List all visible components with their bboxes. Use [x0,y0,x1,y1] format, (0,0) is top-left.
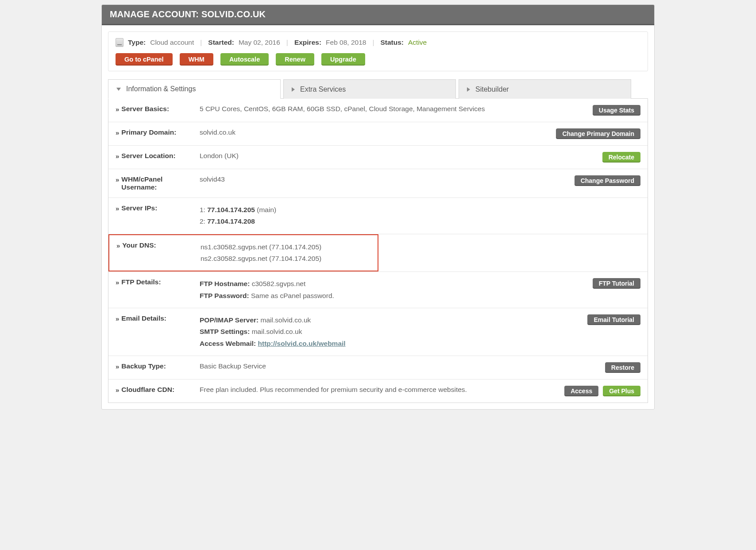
row-label: Server IPs: [121,204,157,212]
row-value: London (UK) [200,152,602,160]
row-label: Primary Domain: [121,128,176,136]
whm-button[interactable]: WHM [180,53,213,66]
row-server-ips: »Server IPs: 1: 77.104.174.205 (main) 2:… [108,198,648,234]
row-your-dns: »Your DNS: ns1.c30582.sgvps.net (77.104.… [108,234,648,272]
change-password-button[interactable]: Change Password [575,175,640,186]
dns-ns2: ns2.c30582.sgvps.net (77.104.174.205) [201,253,370,264]
row-backup-type: »Backup Type: Basic Backup Service Resto… [108,356,648,380]
row-label: Backup Type: [121,362,166,370]
row-value: 5 CPU Cores, CentOS, 6GB RAM, 60GB SSD, … [200,105,593,113]
tab-information-settings[interactable]: Information & Settings [108,79,281,99]
chevron-right-icon [292,87,295,92]
restore-button[interactable]: Restore [605,362,640,373]
tab-label: Extra Services [300,85,346,93]
ftp-password-value: Same as cPanel password. [251,292,334,299]
go-to-cpanel-button[interactable]: Go to cPanel [116,53,173,66]
tab-bar: Information & Settings Extra Services Si… [108,79,648,99]
ip1-suffix: (main) [255,206,276,213]
chevron-icon: » [116,241,119,250]
autoscale-button[interactable]: Autoscale [220,53,269,66]
webmail-link[interactable]: http://solvid.co.uk/webmail [258,340,346,347]
change-primary-domain-button[interactable]: Change Primary Domain [556,128,640,139]
ftp-hostname-value: c30582.sgvps.net [252,280,306,287]
row-value: solvid43 [200,175,575,183]
row-label: FTP Details: [121,278,161,286]
manage-account-panel: MANAGE ACCOUNT: SOLVID.CO.UK Type: Cloud… [101,4,655,410]
tab-label: Information & Settings [126,85,196,93]
row-label: Cloudflare CDN: [121,386,174,394]
chevron-icon: » [116,105,118,114]
expires-label: Expires: [294,39,321,46]
chevron-icon: » [116,204,118,213]
server-icon [116,38,123,47]
chevron-icon: » [116,314,118,323]
tab-sitebuilder[interactable]: Sitebuilder [459,79,631,99]
row-value: FTP Hostname: c30582.sgvps.net FTP Passw… [200,278,593,302]
ip1: 77.104.174.205 [207,206,255,213]
summary-line: Type: Cloud account | Started: May 02, 2… [116,38,640,47]
started-label: Started: [208,39,234,46]
status-label: Status: [380,39,404,46]
row-ftp-details: »FTP Details: FTP Hostname: c30582.sgvps… [108,272,648,308]
row-label: Email Details: [121,314,166,322]
chevron-down-icon [116,88,121,91]
row-value: solvid.co.uk [200,128,556,136]
page-title: MANAGE ACCOUNT: SOLVID.CO.UK [102,5,654,25]
panel-body: Type: Cloud account | Started: May 02, 2… [102,25,654,409]
smtp-settings-label: SMTP Settings: [200,328,252,335]
row-primary-domain: »Primary Domain: solvid.co.uk Change Pri… [108,122,648,146]
info-rows: »Server Basics: 5 CPU Cores, CentOS, 6GB… [108,98,648,403]
action-button-row: Go to cPanel WHM Autoscale Renew Upgrade [116,53,640,66]
chevron-right-icon [467,87,470,92]
chevron-icon: » [116,128,118,137]
expires-value: Feb 08, 2018 [326,39,366,46]
dns-highlight-box: »Your DNS: ns1.c30582.sgvps.net (77.104.… [108,234,378,272]
row-label: Server Location: [121,152,175,160]
type-value: Cloud account [150,39,194,46]
row-label: Your DNS: [122,241,156,249]
row-email-details: »Email Details: POP/IMAP Server: mail.so… [108,308,648,356]
ip2-prefix: 2: [200,217,207,225]
row-value: ns1.c30582.sgvps.net (77.104.174.205) ns… [201,241,370,265]
row-server-basics: »Server Basics: 5 CPU Cores, CentOS, 6GB… [108,99,648,122]
cdn-access-button[interactable]: Access [564,386,598,396]
ftp-hostname-label: FTP Hostname: [200,280,252,287]
ftp-tutorial-button[interactable]: FTP Tutorial [593,278,640,289]
dns-ns1: ns1.c30582.sgvps.net (77.104.174.205) [201,241,370,253]
chevron-icon: » [116,152,118,161]
row-label: Server Basics: [121,105,169,113]
separator: | [285,39,290,46]
ftp-password-label: FTP Password: [200,292,251,299]
row-server-location: »Server Location: London (UK) Relocate [108,146,648,169]
renew-button[interactable]: Renew [276,53,314,66]
separator: | [198,39,204,46]
row-value: 1: 77.104.174.205 (main) 2: 77.104.174.2… [200,204,640,228]
pop-server-label: POP/IMAP Server: [200,316,261,324]
tab-label: Sitebuilder [475,85,509,93]
upgrade-button[interactable]: Upgrade [321,53,365,66]
access-webmail-label: Access Webmail: [200,340,258,347]
smtp-settings-value: mail.solvid.co.uk [252,328,302,335]
row-value: Basic Backup Service [200,362,605,370]
row-value: POP/IMAP Server: mail.solvid.co.uk SMTP … [200,314,587,349]
chevron-icon: » [116,386,118,395]
chevron-icon: » [116,175,118,184]
type-label: Type: [128,39,146,46]
status-value: Active [408,39,427,46]
started-value: May 02, 2016 [239,39,280,46]
row-value: Free plan included. Plus recommended for… [200,386,564,394]
chevron-icon: » [116,278,118,287]
cdn-get-plus-button[interactable]: Get Plus [603,386,640,396]
account-summary: Type: Cloud account | Started: May 02, 2… [108,31,648,71]
row-label: WHM/cPanel Username: [121,175,200,191]
ip2: 77.104.174.208 [207,217,255,225]
pop-server-value: mail.solvid.co.uk [261,316,311,324]
usage-stats-button[interactable]: Usage Stats [593,105,640,116]
chevron-icon: » [116,362,118,371]
tab-extra-services[interactable]: Extra Services [283,79,456,99]
ip1-prefix: 1: [200,206,207,213]
row-whm-username: »WHM/cPanel Username: solvid43 Change Pa… [108,169,648,198]
relocate-button[interactable]: Relocate [602,152,640,163]
separator: | [370,39,376,46]
email-tutorial-button[interactable]: Email Tutorial [587,314,640,325]
